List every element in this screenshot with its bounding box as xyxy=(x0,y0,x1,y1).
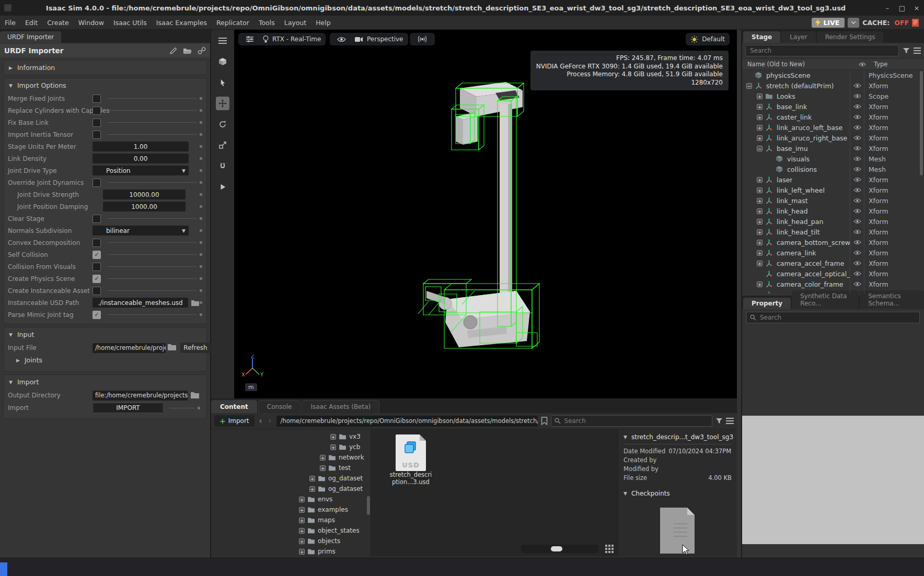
checkbox[interactable] xyxy=(93,95,101,103)
reset-dot[interactable] xyxy=(198,407,200,409)
stage-tree-row[interactable] xyxy=(742,289,924,293)
visibility-toggle[interactable] xyxy=(850,154,864,164)
rotate-tool-icon[interactable] xyxy=(216,117,229,131)
reset-dot[interactable] xyxy=(200,97,202,100)
dropdown-field[interactable]: bilinear▼ xyxy=(93,226,189,236)
play-icon[interactable] xyxy=(216,180,229,194)
lighting-selector[interactable]: Default xyxy=(686,33,730,45)
expander-icon[interactable]: + xyxy=(757,198,763,204)
content-file-grid[interactable]: USD stretch_descri ption...3.usd xyxy=(371,429,618,556)
reset-dot[interactable] xyxy=(200,133,202,136)
grid-view-icon[interactable] xyxy=(605,545,614,553)
folder-tree-row[interactable]: + og_dataset xyxy=(211,484,371,494)
filter-icon[interactable] xyxy=(903,48,910,54)
stage-search-input[interactable] xyxy=(749,46,895,55)
folder-tree-row[interactable]: + ycb xyxy=(211,442,371,452)
menu-item[interactable]: Create xyxy=(42,19,74,27)
expander-icon[interactable]: + xyxy=(757,281,763,287)
stage-options-icon[interactable] xyxy=(914,48,921,54)
expander-icon[interactable]: + xyxy=(299,497,305,502)
expander-icon[interactable]: + xyxy=(309,476,315,481)
edit-pencil-icon[interactable] xyxy=(169,46,178,55)
output-directory-field[interactable]: file:/home/cremebrule/projects/r xyxy=(93,391,188,401)
checkbox[interactable] xyxy=(93,119,101,127)
reset-dot[interactable] xyxy=(200,109,202,112)
menu-item[interactable]: Edit xyxy=(20,19,42,27)
import-button[interactable]: IMPORT xyxy=(93,403,164,413)
expander-icon[interactable]: + xyxy=(320,465,326,471)
stage-tab[interactable]: Render Settings xyxy=(817,31,884,43)
stage-tab[interactable]: Layer xyxy=(781,31,815,43)
input-file-field[interactable]: /home/cremebrule/proje xyxy=(93,343,166,353)
folder-icon[interactable] xyxy=(190,391,200,399)
stage-tree-row[interactable]: + link_left_wheel Xform xyxy=(742,185,924,195)
checkbox[interactable] xyxy=(93,263,101,271)
visibility-toggle[interactable] xyxy=(850,80,864,91)
joints-header[interactable]: ▶ Joints xyxy=(4,354,206,367)
reset-dot[interactable] xyxy=(200,193,202,196)
type-column-header[interactable]: Type xyxy=(870,61,924,68)
checkbox[interactable]: ✓ xyxy=(93,251,101,259)
stage-tree-row[interactable]: collisions Mesh xyxy=(742,164,924,174)
reset-dot[interactable] xyxy=(200,301,202,304)
expander-icon[interactable]: + xyxy=(757,104,763,110)
maximize-button[interactable]: □ xyxy=(895,2,909,14)
reset-dot[interactable] xyxy=(200,277,202,280)
information-header[interactable]: ▶ Information xyxy=(4,61,206,75)
visibility-toggle[interactable] xyxy=(850,258,864,268)
checkbox[interactable] xyxy=(93,287,101,295)
stage-tree-row[interactable]: + link_head Xform xyxy=(742,206,924,216)
folder-tree-row[interactable]: + network xyxy=(211,452,371,463)
reset-dot[interactable] xyxy=(200,265,202,268)
slider-thumb[interactable] xyxy=(551,546,562,551)
visibility-toggle[interactable] xyxy=(850,164,864,174)
visibility-toggle[interactable] xyxy=(850,206,864,216)
input-header[interactable]: ▼ Input xyxy=(4,327,206,342)
stage-tree-row[interactable]: − base_imu Xform xyxy=(742,143,924,154)
folder-tree-row[interactable]: + examples xyxy=(211,504,371,515)
open-folder-icon[interactable] xyxy=(183,47,192,55)
folder-tree-row[interactable]: + object_states xyxy=(211,525,371,536)
unit-badge[interactable]: m xyxy=(245,383,257,391)
forward-button[interactable]: › xyxy=(267,416,273,426)
visibility-toggle[interactable] xyxy=(850,112,864,122)
value-field[interactable]: 1000.00 xyxy=(103,202,186,211)
folder-tree-row[interactable]: + objects xyxy=(211,536,371,546)
content-tab[interactable]: Isaac Assets (Beta) xyxy=(302,400,379,413)
cube-tool-icon[interactable] xyxy=(216,55,229,68)
property-search-input[interactable] xyxy=(759,313,916,322)
viewport[interactable]: RTX - Real-Time Perspective Default FPS:… xyxy=(234,30,737,398)
reset-dot[interactable] xyxy=(200,121,202,124)
visibility-toggle[interactable] xyxy=(850,101,864,112)
folder-tree-row[interactable]: + envs xyxy=(211,494,371,504)
expander-icon[interactable]: + xyxy=(330,444,336,450)
checkpoints-header[interactable]: ▼ Checkpoints xyxy=(623,490,732,497)
cache-doc-icon[interactable] xyxy=(912,19,919,27)
stage-tree-row[interactable]: + camera_accel_frame Xform xyxy=(742,258,924,268)
menu-item[interactable]: Replicator xyxy=(212,19,254,27)
usd-file-card[interactable]: USD stretch_descri ption...3.usd xyxy=(386,434,436,486)
stage-tree-row[interactable]: + caster_link Xform xyxy=(742,112,924,122)
folder-icon[interactable] xyxy=(167,343,177,351)
path-field[interactable]: ./instanceable_meshes.usd xyxy=(93,298,188,308)
content-tab[interactable]: Content xyxy=(211,400,257,413)
folder-tree-row[interactable]: + vx3 xyxy=(211,431,371,442)
expander-icon[interactable]: + xyxy=(757,187,763,193)
broadcast-button[interactable] xyxy=(410,33,435,45)
viewport-menu-icon[interactable] xyxy=(216,34,229,48)
stage-tab[interactable]: Stage xyxy=(743,31,780,43)
expander-icon[interactable]: + xyxy=(757,208,763,214)
expander-icon[interactable]: + xyxy=(757,219,763,225)
visibility-toggle[interactable] xyxy=(850,289,864,293)
visibility-toggle[interactable] xyxy=(850,143,864,154)
close-button[interactable]: × xyxy=(909,2,924,14)
stage-tree-row[interactable]: + link_aruco_left_base Xform xyxy=(742,122,924,133)
visibility-toggle[interactable] xyxy=(850,133,864,143)
stage-tree-row[interactable]: + link_aruco_right_base Xform xyxy=(742,133,924,143)
property-tab[interactable]: Property xyxy=(743,298,791,309)
folder-tree-row[interactable]: + maps xyxy=(211,515,371,525)
expander-icon[interactable]: + xyxy=(757,125,763,131)
link-icon[interactable] xyxy=(198,46,206,55)
value-field[interactable]: 10000.00 xyxy=(103,190,186,199)
bookmark-icon[interactable] xyxy=(541,417,548,425)
